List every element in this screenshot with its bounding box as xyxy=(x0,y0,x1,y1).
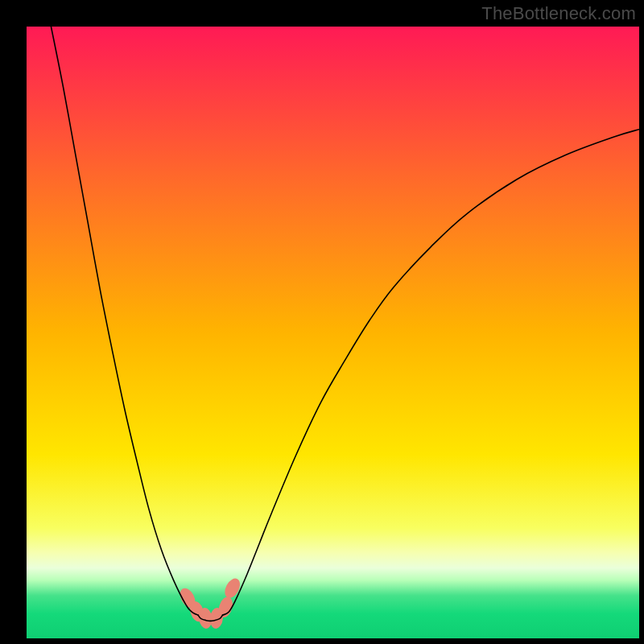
gradient-background xyxy=(27,27,639,638)
chart-plot-area xyxy=(27,27,639,638)
chart-svg xyxy=(27,27,639,638)
watermark-label: TheBottleneck.com xyxy=(481,3,636,24)
outer-frame: TheBottleneck.com xyxy=(0,0,644,644)
